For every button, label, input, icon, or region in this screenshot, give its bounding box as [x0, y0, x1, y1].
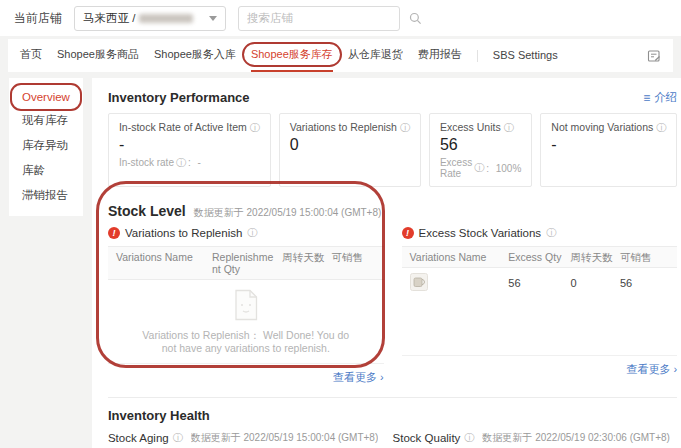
search-icon[interactable]	[409, 12, 422, 25]
replenish-panel: ! Variations to Replenish ⓘ Variations N…	[108, 227, 384, 385]
info-icon[interactable]: ⓘ	[400, 123, 410, 133]
product-image[interactable]	[410, 273, 509, 293]
inventory-performance-title: Inventory Performance	[108, 90, 250, 105]
stat-title: Excess Units	[440, 121, 501, 134]
tab-fee-report[interactable]: 费用报告	[418, 39, 462, 72]
intro-link-label: 介绍	[654, 90, 677, 105]
tab-shopee-service-products[interactable]: Shopee服务商品	[57, 39, 139, 72]
sidebar-item-current-stock[interactable]: 现有库存	[9, 108, 83, 133]
sidebar-item-notmoving-report[interactable]: 滞销报告	[9, 183, 83, 208]
separator: :	[486, 163, 489, 174]
info-icon[interactable]: ⓘ	[546, 228, 556, 238]
excess-panel: ! Excess Stock Variations ⓘ Variations N…	[402, 227, 678, 385]
chevron-right-icon: ›	[674, 363, 678, 375]
search-input[interactable]	[239, 12, 409, 24]
separator: :	[188, 157, 191, 168]
stock-aging-updated: 数据更新于 2022/05/19 15:00:04 (GMT+8)	[191, 431, 379, 445]
stat-value: 0	[290, 136, 410, 153]
stock-level-section: Stock Level 数据更新于 2022/05/19 15:00:04 (G…	[108, 203, 677, 385]
current-shop-label: 当前店铺	[14, 10, 62, 27]
table-row[interactable]: 56 0 56	[402, 268, 678, 298]
shop-search-box	[238, 6, 400, 31]
view-more-label: 查看更多	[333, 371, 377, 383]
stat-sub-value: 100%	[496, 163, 522, 174]
empty-doc-icon	[233, 289, 259, 325]
column-header: Replenishment Qty	[212, 251, 282, 275]
sidebar-item-stock-movement[interactable]: 库存异动	[9, 133, 83, 158]
stat-title: Not moving Variations	[551, 121, 653, 134]
info-icon[interactable]: ⓘ	[656, 123, 666, 133]
tab-shopee-service-inventory[interactable]: Shopee服务库存	[251, 39, 333, 72]
stock-aging-label: Stock Aging	[108, 432, 169, 444]
sidebar-item-overview[interactable]: Overview	[9, 86, 83, 108]
tab-home[interactable]: 首页	[20, 39, 42, 72]
stat-value: -	[551, 136, 666, 153]
excess-table: Variations Name Excess Qty 周转天数 可销售	[402, 246, 678, 356]
empty-state-text: Variations to Replenish： Well Done! You …	[138, 329, 353, 355]
view-more-link[interactable]: 查看更多 ›	[333, 371, 384, 383]
list-icon: ≡	[643, 91, 650, 105]
alert-icon: !	[108, 227, 120, 239]
info-icon[interactable]: ⓘ	[504, 123, 514, 133]
stat-value: 56	[440, 136, 521, 153]
tab-shopee-service-inbound[interactable]: Shopee服务入库	[154, 39, 236, 72]
stock-aging-block: Stock Aging ⓘ 数据更新于 2022/05/19 15:00:04 …	[108, 431, 393, 448]
shop-region-label: 马来西亚 /	[83, 11, 135, 26]
main-nav-tabs: 首页 Shopee服务商品 Shopee服务入库 Shopee服务库存 从仓库退…	[8, 39, 673, 72]
stat-sub-label: Excess Rate	[440, 157, 472, 179]
table-body: 56 0 56	[402, 268, 678, 356]
view-more-label: 查看更多	[627, 363, 671, 375]
stock-quality-block: Stock Quality ⓘ 数据更新于 2022/05/19 02:30:0…	[393, 431, 678, 448]
sidebar-item-stock-age[interactable]: 库龄	[9, 158, 83, 183]
replenish-table: Variations Name Replenishment Qty 周转天数 可…	[108, 246, 384, 364]
column-header: Variations Name	[116, 251, 212, 275]
sellable-value: 56	[620, 277, 669, 289]
table-header-row: Variations Name Excess Qty 周转天数 可销售	[402, 246, 678, 268]
column-header: 可销售	[331, 251, 375, 275]
alert-icon: !	[402, 227, 414, 239]
excess-qty-value: 56	[508, 277, 570, 289]
info-icon[interactable]: ⓘ	[250, 123, 260, 133]
stat-sub-label: In-stock rate	[119, 157, 174, 168]
view-more-link[interactable]: 查看更多 ›	[627, 363, 678, 375]
stock-level-title: Stock Level	[108, 203, 186, 219]
info-icon[interactable]: ⓘ	[474, 163, 484, 173]
stat-card-instock-rate: In-stock Rate of Active Itemⓘ - In-stock…	[108, 113, 271, 187]
turnover-days-value: 0	[571, 277, 620, 289]
shop-name-redacted	[139, 14, 193, 23]
info-icon[interactable]: ⓘ	[176, 158, 186, 168]
shop-selector[interactable]: 马来西亚 /	[74, 6, 226, 31]
tab-label: Shopee服务库存	[251, 47, 333, 62]
tab-sbs-settings[interactable]: SBS Settings	[493, 39, 558, 72]
top-bar: 当前店铺 马来西亚 /	[0, 0, 681, 36]
stock-quality-updated: 数据更新于 2022/05/19 02:30:06 (GMT+8)	[482, 431, 670, 445]
form-note-icon[interactable]	[647, 49, 661, 63]
column-header: 周转天数	[571, 251, 620, 263]
stat-title: Variations to Replenish	[290, 121, 397, 134]
sidebar: Overview 现有库存 库存异动 库龄 滞销报告	[9, 78, 83, 216]
stat-sub-value: -	[198, 157, 201, 168]
info-icon[interactable]: ⓘ	[173, 433, 183, 443]
info-icon[interactable]: ⓘ	[247, 228, 257, 238]
stock-level-updated-timestamp: 数据更新于 2022/05/19 15:00:04 (GMT+8)	[194, 206, 382, 220]
stat-cards-row: In-stock Rate of Active Itemⓘ - In-stock…	[108, 113, 677, 187]
stat-value: -	[119, 136, 260, 153]
table-header-row: Variations Name Replenishment Qty 周转天数 可…	[108, 246, 384, 280]
column-header: Variations Name	[410, 251, 509, 263]
chevron-right-icon: ›	[380, 371, 384, 383]
excess-panel-title: Excess Stock Variations	[419, 227, 542, 239]
sidebar-item-label: Overview	[22, 91, 70, 103]
chevron-down-icon	[209, 16, 217, 21]
inventory-health-section: Inventory Health Stock Aging ⓘ 数据更新于 202…	[108, 408, 677, 448]
tab-warehouse-returns[interactable]: 从仓库退货	[348, 39, 403, 72]
shopee-sbs-inventory-dashboard: 当前店铺 马来西亚 / 首页 Shopee服务商品 Shopee服务入库 Sho…	[0, 0, 681, 448]
column-header: 周转天数	[282, 251, 331, 275]
empty-state: Variations to Replenish： Well Done! You …	[108, 280, 384, 364]
info-icon[interactable]: ⓘ	[464, 433, 474, 443]
column-header: Excess Qty	[508, 251, 570, 263]
stat-title: In-stock Rate of Active Item	[119, 121, 247, 134]
main-panel: Inventory Performance ≡介绍 In-stock Rate …	[92, 78, 681, 448]
intro-link[interactable]: ≡介绍	[643, 90, 677, 105]
content-area: Overview 现有库存 库存异动 库龄 滞销报告 Inventory Per…	[0, 72, 681, 448]
replenish-panel-title: Variations to Replenish	[125, 227, 242, 239]
